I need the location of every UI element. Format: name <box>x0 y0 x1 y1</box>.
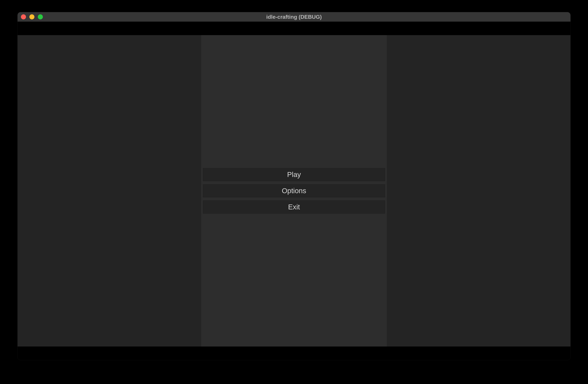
play-button[interactable]: Play <box>203 168 385 181</box>
top-letterbox-bar <box>18 22 570 35</box>
options-button-label: Options <box>282 187 306 195</box>
menu-button-group: Play Options Exit <box>203 168 385 214</box>
exit-button-label: Exit <box>288 203 300 211</box>
main-menu-panel: Play Options Exit <box>201 35 387 346</box>
app-window: idle-crafting (DEBUG) Play Options Exit <box>18 12 570 360</box>
left-side-panel <box>18 35 201 346</box>
play-button-label: Play <box>287 171 301 179</box>
window-body: Play Options Exit <box>18 22 570 360</box>
content-row: Play Options Exit <box>18 35 570 346</box>
minimize-icon[interactable] <box>29 14 34 20</box>
window-title: idle-crafting (DEBUG) <box>266 14 322 20</box>
exit-button[interactable]: Exit <box>203 201 385 214</box>
bottom-letterbox-bar <box>18 346 570 360</box>
maximize-icon[interactable] <box>38 14 43 20</box>
traffic-lights <box>21 14 43 20</box>
right-side-panel <box>387 35 570 346</box>
close-icon[interactable] <box>21 14 26 20</box>
options-button[interactable]: Options <box>203 184 385 197</box>
window-titlebar: idle-crafting (DEBUG) <box>18 12 570 22</box>
